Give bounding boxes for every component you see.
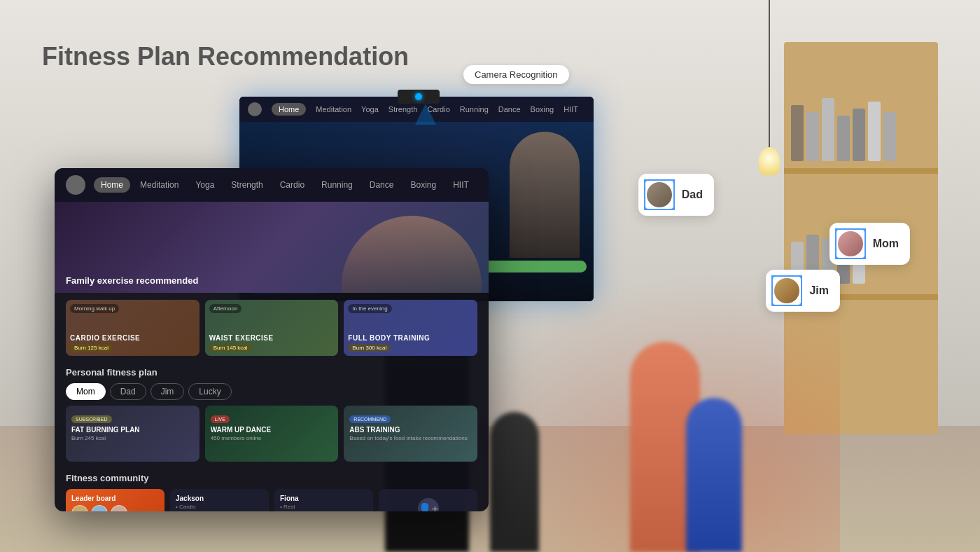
face-corner-br-mom xyxy=(860,254,866,259)
exercise-title-0: CARDIO EXERCISE xyxy=(70,334,195,342)
exercise-burn-1: Burn 145 kcal xyxy=(209,344,252,352)
fiona-card: Fiona • Rest Total duration 8,435 Total … xyxy=(274,489,373,511)
tv-nav-yoga[interactable]: Yoga xyxy=(361,105,379,113)
plan-sub-1: 450 members online xyxy=(211,435,333,441)
tv-nav-strength[interactable]: Strength xyxy=(388,105,418,113)
fitness-tab-dad[interactable]: Dad xyxy=(110,383,146,400)
fitness-tab-lucky[interactable]: Lucky xyxy=(188,383,231,400)
face-corner-tr-mom xyxy=(860,228,866,234)
face-box-jim: Jim xyxy=(766,270,840,312)
panel-nav: Home Meditation Yoga Strength Cardio Run… xyxy=(55,168,489,202)
exercise-cards-row: Morning walk up CARDIO EXERCISE Burn 125… xyxy=(66,300,477,356)
face-corner-tl-mom xyxy=(835,228,841,234)
community-row: Leader board Jackson Fiona Allen Jackson… xyxy=(66,489,477,511)
tv-nav-boxing[interactable]: Boxing xyxy=(531,105,554,113)
face-avatar-dad xyxy=(647,182,672,207)
exercise-card-cardio[interactable]: Morning walk up CARDIO EXERCISE Burn 125… xyxy=(66,300,200,356)
exercise-title-1: WAIST EXERCISE xyxy=(209,334,335,342)
personal-fitness-title: Personal fitness plan xyxy=(66,367,477,378)
panel-hero: Family exercise recommended xyxy=(55,202,489,293)
exercise-section: Morning walk up CARDIO EXERCISE Burn 125… xyxy=(55,293,489,360)
fitness-tabs: Mom Dad Jim Lucky xyxy=(66,383,477,400)
camera-device xyxy=(398,90,440,104)
fiona-name: Fiona xyxy=(280,495,368,502)
face-corner-tl-dad xyxy=(644,179,650,185)
face-corner-tr-jim xyxy=(797,275,802,281)
exercise-title-2: FULL BODY TRAINING xyxy=(348,334,473,342)
plan-badge-0: SUBSCRIBED xyxy=(71,415,112,423)
hero-label: Family exercise recommended xyxy=(66,275,198,286)
tv-nav-avatar xyxy=(248,102,262,116)
panel-nav-home[interactable]: Home xyxy=(94,177,130,193)
plan-title-0: FAT BURNING PLAN xyxy=(71,426,194,434)
tv-nav-running[interactable]: Running xyxy=(460,105,489,113)
exercise-tag-2: In the evening xyxy=(348,304,391,313)
face-avatar-jim xyxy=(774,278,799,303)
panel-nav-yoga[interactable]: Yoga xyxy=(188,177,221,193)
face-frame-jim xyxy=(771,275,802,306)
plan-card-warm-up[interactable]: LIVE WARM UP DANCE 450 members online xyxy=(205,406,339,462)
panel-nav-meditation[interactable]: Meditation xyxy=(133,177,186,193)
camera-recognition-label: Camera Recognition xyxy=(463,65,569,84)
community-title: Fitness community xyxy=(66,473,477,483)
leader-avatar-fiona xyxy=(91,505,108,511)
jackson-tag: • Cardio xyxy=(176,504,263,510)
leaderboard-title: Leader board xyxy=(71,495,159,502)
plan-title-1: WARM UP DANCE xyxy=(211,426,333,434)
plan-card-fat-burning[interactable]: SUBSCRIBED FAT BURNING PLAN Burn 245 kca… xyxy=(66,406,200,462)
tv-nav-hiit[interactable]: HIIT xyxy=(564,105,578,113)
main-panel: Home Meditation Yoga Strength Cardio Run… xyxy=(55,168,489,511)
tv-nav-home[interactable]: Home xyxy=(272,103,306,116)
panel-nav-hiit[interactable]: HIIT xyxy=(446,177,476,193)
exercise-tag-1: Afternoon xyxy=(209,304,242,313)
exercise-card-waist[interactable]: Afternoon WAIST EXERCISE Burn 145 kcal xyxy=(205,300,339,356)
exercise-tag-0: Morning walk up xyxy=(70,304,119,313)
person-silhouette-4 xyxy=(490,412,539,552)
jackson-name: Jackson xyxy=(176,495,263,502)
panel-nav-dance[interactable]: Dance xyxy=(363,177,401,193)
face-corner-bl-jim xyxy=(771,301,777,306)
fiona-tag: • Rest xyxy=(280,504,368,510)
leaderboard-card[interactable]: Leader board Jackson Fiona Allen xyxy=(66,489,164,511)
exercise-card-fullbody[interactable]: In the evening FULL BODY TRAINING Burn 3… xyxy=(344,300,477,356)
face-corner-tl-jim xyxy=(771,275,777,281)
panel-nav-running[interactable]: Running xyxy=(314,177,360,193)
leader-avatar-allen xyxy=(111,505,127,511)
jackson-card: Jackson • Cardio Time (min) 36:45 Calori… xyxy=(170,489,269,511)
leaderboard-avatars xyxy=(71,505,159,511)
personal-fitness-section: Personal fitness plan Mom Dad Jim Lucky … xyxy=(55,360,489,466)
face-corner-bl-dad xyxy=(644,205,650,210)
face-name-jim: Jim xyxy=(809,284,829,297)
face-frame-mom xyxy=(835,228,866,259)
exercise-burn-0: Burn 125 kcal xyxy=(70,344,113,352)
tv-nav-meditation[interactable]: Meditation xyxy=(316,105,351,113)
exercise-burn-2: Burn 300 kcal xyxy=(348,344,391,352)
panel-nav-cardio[interactable]: Cardio xyxy=(273,177,312,193)
light-cord xyxy=(769,0,770,154)
camera-lens xyxy=(415,93,422,100)
fitness-tab-mom[interactable]: Mom xyxy=(66,383,106,400)
tv-nav-dance[interactable]: Dance xyxy=(498,105,521,113)
person-silhouette-3 xyxy=(686,398,742,552)
face-avatar-mom xyxy=(838,231,863,256)
invite-friends-card[interactable]: 👤+ Invite friends xyxy=(379,489,477,511)
fitness-tab-jim[interactable]: Jim xyxy=(150,383,185,400)
face-corner-br-jim xyxy=(797,301,802,306)
plan-card-abs[interactable]: RECOMMEND ABS TRAINING Based on today's … xyxy=(344,406,477,462)
plan-sub-2: Based on today's food intake recommendat… xyxy=(349,435,472,441)
face-corner-bl-mom xyxy=(835,254,841,259)
page-title: Fitness Plan Recommendation xyxy=(42,42,409,71)
plan-badge-1: LIVE xyxy=(211,415,230,423)
panel-nav-avatar xyxy=(66,175,85,195)
panel-nav-boxing[interactable]: Boxing xyxy=(403,177,443,193)
face-corner-tr-dad xyxy=(669,179,675,185)
face-name-mom: Mom xyxy=(873,237,899,250)
leader-avatar-jackson xyxy=(71,505,88,511)
panel-nav-strength[interactable]: Strength xyxy=(224,177,270,193)
face-box-mom: Mom xyxy=(830,223,910,265)
community-section: Fitness community Leader board Jackson F… xyxy=(55,466,489,511)
plan-badge-2: RECOMMEND xyxy=(349,415,391,423)
plan-title-2: ABS TRAINING xyxy=(349,426,472,434)
face-corner-br-dad xyxy=(669,205,675,210)
camera-beam xyxy=(415,104,436,125)
